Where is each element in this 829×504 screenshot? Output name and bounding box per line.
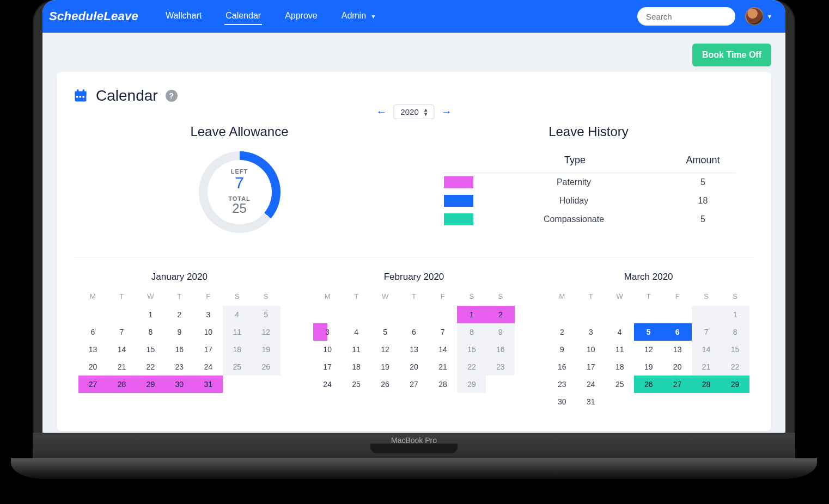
day-cell[interactable]: 30 xyxy=(165,376,194,393)
day-cell[interactable]: 17 xyxy=(576,358,605,376)
day-cell[interactable]: 2 xyxy=(165,306,194,323)
help-icon[interactable]: ? xyxy=(166,90,178,102)
search-input[interactable]: Search xyxy=(637,7,735,26)
day-cell[interactable]: 22 xyxy=(721,358,749,376)
day-cell[interactable]: 3 xyxy=(194,306,223,323)
day-cell[interactable]: 26 xyxy=(371,376,400,393)
day-cell[interactable]: 17 xyxy=(194,341,223,358)
nav-approve[interactable]: Approve xyxy=(284,8,319,25)
day-cell[interactable]: 27 xyxy=(78,376,107,393)
day-cell[interactable]: 24 xyxy=(194,358,223,376)
day-cell[interactable]: 17 xyxy=(313,358,342,376)
day-cell[interactable]: 13 xyxy=(663,341,692,358)
day-cell[interactable]: 8 xyxy=(721,323,749,341)
day-cell[interactable]: 19 xyxy=(252,341,281,358)
day-cell[interactable]: 2 xyxy=(486,306,515,323)
day-cell[interactable]: 27 xyxy=(663,376,692,393)
day-cell[interactable]: 5 xyxy=(371,323,400,341)
day-cell[interactable]: 6 xyxy=(400,323,429,341)
day-cell[interactable]: 25 xyxy=(223,358,252,376)
nav-calendar[interactable]: Calendar xyxy=(224,8,262,25)
day-cell[interactable]: 14 xyxy=(692,341,721,358)
day-cell[interactable]: 20 xyxy=(663,358,692,376)
day-cell[interactable]: 10 xyxy=(576,341,605,358)
day-cell[interactable]: 5 xyxy=(634,323,663,341)
day-cell[interactable]: 28 xyxy=(428,376,457,393)
day-cell[interactable]: 15 xyxy=(457,341,486,358)
day-cell[interactable]: 29 xyxy=(457,376,486,393)
day-cell[interactable]: 26 xyxy=(634,376,663,393)
day-cell[interactable]: 24 xyxy=(313,376,342,393)
nav-admin[interactable]: Admin ▼ xyxy=(340,8,377,25)
day-cell[interactable]: 27 xyxy=(400,376,429,393)
day-cell[interactable]: 7 xyxy=(107,323,136,341)
prev-year-arrow-icon[interactable]: ← xyxy=(376,106,387,118)
day-cell[interactable]: 25 xyxy=(342,376,371,393)
day-cell[interactable]: 1 xyxy=(721,306,749,323)
avatar-caret-icon[interactable]: ▼ xyxy=(767,14,772,20)
day-cell[interactable]: 2 xyxy=(547,323,576,341)
day-cell[interactable]: 13 xyxy=(78,341,107,358)
day-cell[interactable]: 19 xyxy=(371,358,400,376)
day-cell[interactable]: 9 xyxy=(165,323,194,341)
day-cell[interactable]: 8 xyxy=(457,323,486,341)
day-cell[interactable]: 4 xyxy=(342,323,371,341)
day-cell[interactable]: 28 xyxy=(692,376,721,393)
day-cell[interactable]: 6 xyxy=(663,323,692,341)
day-cell[interactable]: 25 xyxy=(605,376,634,393)
day-cell[interactable]: 22 xyxy=(457,358,486,376)
day-cell[interactable]: 21 xyxy=(692,358,721,376)
day-cell[interactable]: 1 xyxy=(457,306,486,323)
day-cell[interactable]: 23 xyxy=(486,358,515,376)
book-time-off-button[interactable]: Book Time Off xyxy=(692,44,771,66)
day-cell[interactable]: 11 xyxy=(605,341,634,358)
day-cell[interactable]: 15 xyxy=(721,341,749,358)
day-cell[interactable]: 8 xyxy=(136,323,165,341)
day-cell[interactable]: 22 xyxy=(136,358,165,376)
day-cell[interactable]: 12 xyxy=(371,341,400,358)
day-cell[interactable]: 4 xyxy=(223,306,252,323)
day-cell[interactable]: 4 xyxy=(605,323,634,341)
day-cell[interactable]: 16 xyxy=(547,358,576,376)
year-select[interactable]: 2020 ▲▼ xyxy=(393,105,434,119)
day-cell[interactable]: 3 xyxy=(576,323,605,341)
day-cell[interactable]: 5 xyxy=(252,306,281,323)
day-cell[interactable]: 29 xyxy=(721,376,749,393)
day-cell[interactable]: 18 xyxy=(342,358,371,376)
day-cell[interactable]: 12 xyxy=(252,323,281,341)
day-cell[interactable]: 23 xyxy=(547,376,576,393)
day-cell[interactable]: 24 xyxy=(576,376,605,393)
day-cell[interactable]: 3 xyxy=(313,323,342,341)
day-cell[interactable]: 1 xyxy=(136,306,165,323)
brand-logo[interactable]: ScheduleLeave xyxy=(49,9,138,23)
day-cell[interactable]: 23 xyxy=(165,358,194,376)
day-cell[interactable]: 14 xyxy=(107,341,136,358)
day-cell[interactable]: 21 xyxy=(107,358,136,376)
day-cell[interactable]: 14 xyxy=(428,341,457,358)
day-cell[interactable]: 6 xyxy=(78,323,107,341)
day-cell[interactable]: 16 xyxy=(486,341,515,358)
day-cell[interactable]: 26 xyxy=(252,358,281,376)
day-cell[interactable]: 18 xyxy=(223,341,252,358)
day-cell[interactable]: 15 xyxy=(136,341,165,358)
day-cell[interactable]: 13 xyxy=(400,341,429,358)
day-cell[interactable]: 28 xyxy=(107,376,136,393)
day-cell[interactable]: 12 xyxy=(634,341,663,358)
day-cell[interactable]: 16 xyxy=(165,341,194,358)
day-cell[interactable]: 11 xyxy=(223,323,252,341)
day-cell[interactable]: 31 xyxy=(194,376,223,393)
next-year-arrow-icon[interactable]: → xyxy=(441,106,452,118)
day-cell[interactable]: 20 xyxy=(78,358,107,376)
day-cell[interactable]: 10 xyxy=(194,323,223,341)
day-cell[interactable]: 19 xyxy=(634,358,663,376)
day-cell[interactable]: 29 xyxy=(136,376,165,393)
day-cell[interactable]: 20 xyxy=(400,358,429,376)
day-cell[interactable]: 11 xyxy=(342,341,371,358)
day-cell[interactable]: 9 xyxy=(547,341,576,358)
day-cell[interactable]: 10 xyxy=(313,341,342,358)
day-cell[interactable]: 21 xyxy=(428,358,457,376)
day-cell[interactable]: 18 xyxy=(605,358,634,376)
day-cell[interactable]: 7 xyxy=(428,323,457,341)
nav-wallchart[interactable]: Wallchart xyxy=(164,8,203,25)
day-cell[interactable]: 31 xyxy=(576,393,605,410)
